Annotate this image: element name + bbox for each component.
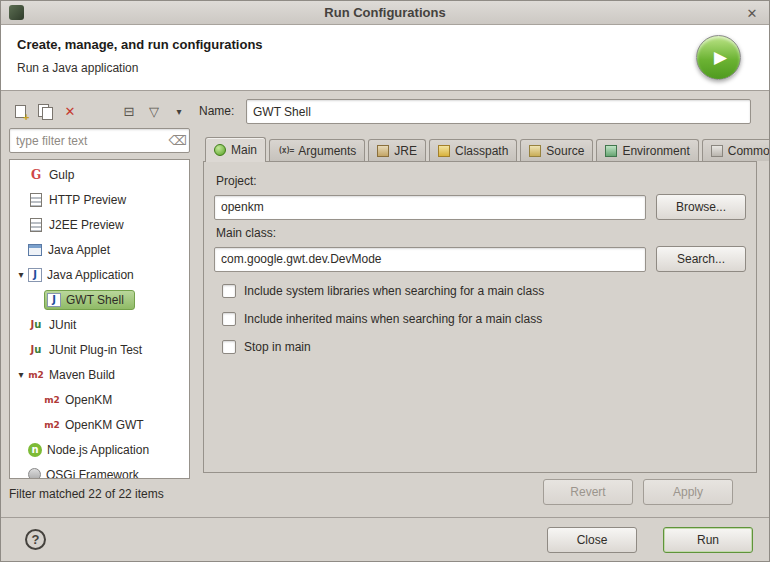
tree-item-label: Java Applet xyxy=(48,243,110,257)
tab-source[interactable]: Source xyxy=(520,139,593,161)
tree-item-label: HTTP Preview xyxy=(49,193,126,207)
tree-item-osgi-framework[interactable]: OSGi Framework xyxy=(10,462,189,479)
new-document-icon xyxy=(15,105,26,118)
filter-status-text: Filter matched 22 of 22 items xyxy=(9,487,190,501)
tree-item-label: Maven Build xyxy=(49,368,115,382)
expanded-arrow-icon[interactable]: ▾ xyxy=(14,269,28,280)
header-subtitle: Run a Java application xyxy=(17,61,753,75)
classpath-icon xyxy=(438,145,450,157)
tree-item-java-application[interactable]: ▾ Java Application xyxy=(10,262,189,287)
titlebar: Run Configurations ✕ xyxy=(1,1,769,25)
maven-icon xyxy=(28,367,44,383)
environment-icon xyxy=(605,145,617,157)
arguments-icon: (x)= xyxy=(278,145,293,157)
tree-item-gulp[interactable]: Gulp xyxy=(10,162,189,187)
collapse-all-icon: ⊟ xyxy=(124,104,135,119)
jre-library-icon xyxy=(377,145,389,157)
name-row: Name: xyxy=(197,99,763,124)
tree-item-openkm[interactable]: OpenKM xyxy=(10,387,189,412)
tree-item-junit[interactable]: JUnit xyxy=(10,312,189,337)
tree-item-nodejs-application[interactable]: Node.js Application xyxy=(10,437,189,462)
tree-item-label: JUnit xyxy=(49,318,76,332)
config-tabs: Main (x)= Arguments JRE Classpath Source… xyxy=(205,136,763,161)
app-icon xyxy=(9,5,24,20)
tree-item-j2ee-preview[interactable]: J2EE Preview xyxy=(10,212,189,237)
tree-item-label: Gulp xyxy=(49,168,74,182)
dialog-footer: ? Close Run xyxy=(1,517,769,561)
main-class-label: Main class: xyxy=(216,226,746,240)
maven-icon xyxy=(44,392,60,408)
tab-classpath[interactable]: Classpath xyxy=(429,139,517,161)
revert-apply-row: Revert Apply xyxy=(543,479,733,505)
tree-item-label: J2EE Preview xyxy=(49,218,124,232)
tree-item-label: Java Application xyxy=(47,268,134,282)
system-libraries-checkbox[interactable] xyxy=(222,284,236,298)
close-icon[interactable]: ✕ xyxy=(743,4,761,22)
configuration-editor-panel: Name: Main (x)= Arguments JRE Classpath xyxy=(197,99,763,511)
name-input[interactable] xyxy=(246,99,751,124)
duplicate-configuration-button[interactable] xyxy=(34,100,56,122)
apply-button[interactable]: Apply xyxy=(643,479,733,505)
tab-common[interactable]: Common xyxy=(702,139,770,161)
tree-item-label: GWT Shell xyxy=(66,293,124,307)
main-class-input[interactable] xyxy=(214,247,646,272)
tab-main[interactable]: Main xyxy=(205,137,266,162)
tree-item-maven-build[interactable]: ▾ Maven Build xyxy=(10,362,189,387)
run-button[interactable]: Run xyxy=(663,527,753,553)
tab-environment[interactable]: Environment xyxy=(596,139,698,161)
search-button[interactable]: Search... xyxy=(656,246,746,272)
checkbox-row-stop-in-main: Stop in main xyxy=(222,338,746,356)
project-row: Browse... xyxy=(214,194,746,220)
collapse-all-button[interactable]: ⊟ xyxy=(118,100,140,122)
run-banner-icon: ▶ xyxy=(696,35,741,80)
clear-filter-icon[interactable]: ⌫ xyxy=(169,132,187,149)
stop-in-main-checkbox[interactable] xyxy=(222,340,236,354)
filter-input[interactable] xyxy=(9,128,190,153)
revert-button[interactable]: Revert xyxy=(543,479,633,505)
tab-label: Main xyxy=(231,143,257,157)
tab-arguments[interactable]: (x)= Arguments xyxy=(269,139,365,161)
project-label: Project: xyxy=(216,174,746,188)
sidebar-toolbar: ✕ ⊟ ▽ ▾ xyxy=(9,99,190,123)
tree-item-label: OpenKM xyxy=(65,393,112,407)
help-button[interactable]: ? xyxy=(25,529,46,550)
tab-jre[interactable]: JRE xyxy=(368,139,426,161)
filter-icon: ▽ xyxy=(149,104,159,119)
junit-plugin-icon xyxy=(28,342,44,358)
filter-button[interactable]: ▽ xyxy=(143,100,165,122)
dialog-header: Create, manage, and run configurations R… xyxy=(1,25,769,91)
applet-window-icon xyxy=(28,244,42,256)
expanded-arrow-icon[interactable]: ▾ xyxy=(14,369,28,380)
tree-item-label: JUnit Plug-in Test xyxy=(49,343,142,357)
junit-icon xyxy=(28,317,44,333)
checkbox-row-inherited-mains: Include inherited mains when searching f… xyxy=(222,310,746,328)
delete-configuration-button[interactable]: ✕ xyxy=(59,100,81,122)
checkbox-row-system-libraries: Include system libraries when searching … xyxy=(222,282,746,300)
browse-button[interactable]: Browse... xyxy=(656,194,746,220)
checkbox-label: Stop in main xyxy=(244,340,311,354)
new-configuration-button[interactable] xyxy=(9,100,31,122)
inherited-mains-checkbox[interactable] xyxy=(222,312,236,326)
gulp-icon xyxy=(28,167,44,183)
checkbox-label: Include inherited mains when searching f… xyxy=(244,312,542,326)
tree-item-http-preview[interactable]: HTTP Preview xyxy=(10,187,189,212)
java-application-icon xyxy=(28,268,42,282)
filter-box: ⌫ xyxy=(9,128,190,153)
tree-item-java-applet[interactable]: Java Applet xyxy=(10,237,189,262)
source-icon xyxy=(529,145,541,157)
close-button[interactable]: Close xyxy=(547,527,637,553)
server-icon xyxy=(30,218,42,232)
project-input[interactable] xyxy=(214,195,646,220)
main-class-row: Search... xyxy=(214,246,746,272)
server-icon xyxy=(30,193,42,207)
window-title: Run Configurations xyxy=(1,5,769,20)
java-application-icon xyxy=(47,293,61,307)
chevron-down-icon: ▾ xyxy=(176,106,181,117)
view-menu-button[interactable]: ▾ xyxy=(168,100,190,122)
tree-item-openkm-gwt[interactable]: OpenKM GWT xyxy=(10,412,189,437)
tree-item-gwt-shell-selected[interactable]: GWT Shell xyxy=(10,287,189,312)
name-label: Name: xyxy=(199,104,246,118)
tab-label: Common xyxy=(728,144,770,158)
selection-highlight: GWT Shell xyxy=(44,290,135,310)
tree-item-junit-plugin-test[interactable]: JUnit Plug-in Test xyxy=(10,337,189,362)
